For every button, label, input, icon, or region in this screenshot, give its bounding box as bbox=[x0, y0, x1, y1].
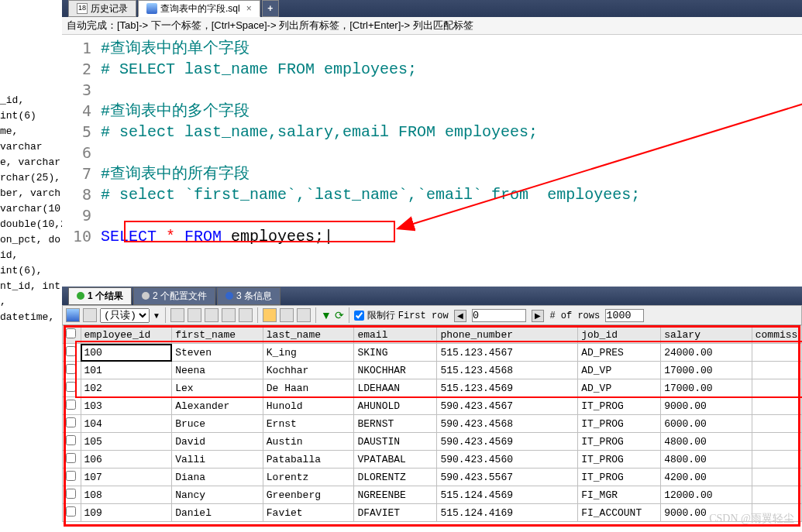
tab-sql-file[interactable]: 查询表中的字段.sql × bbox=[138, 0, 260, 17]
first-row-input[interactable] bbox=[472, 309, 526, 322]
grid-icon[interactable] bbox=[263, 308, 277, 322]
results-tab-3[interactable]: 3 条信息 bbox=[217, 287, 281, 305]
grid-toolbar: (只读) ▼ ▼ ⟳ 限制行 First row ◀ ▶ # of row bbox=[62, 305, 802, 325]
tool-icon[interactable] bbox=[205, 308, 219, 322]
first-row-label: First row bbox=[398, 311, 449, 321]
results-tab-bar: 1 个结果 2 个配置文件 3 条信息 bbox=[62, 287, 802, 305]
edit-mode-select[interactable]: (只读) bbox=[100, 308, 150, 323]
tab-label: 查询表中的字段.sql bbox=[160, 2, 240, 15]
history-icon: 18 bbox=[77, 3, 88, 14]
profile-icon bbox=[142, 292, 150, 300]
sql-file-icon bbox=[146, 3, 157, 14]
autocomplete-hint: 自动完成：[Tab]-> 下一个标签，[Ctrl+Space]-> 列出所有标签… bbox=[62, 17, 802, 35]
tab-label: 历史记录 bbox=[91, 2, 128, 15]
grid-view-icon[interactable] bbox=[66, 308, 80, 322]
form-view-icon[interactable] bbox=[83, 308, 97, 322]
cursor: | bbox=[324, 228, 333, 245]
tab-history[interactable]: 18 历史记录 bbox=[68, 0, 136, 17]
prev-page-button[interactable]: ◀ bbox=[454, 310, 466, 322]
results-tab-label: 3 条信息 bbox=[236, 290, 272, 303]
info-icon bbox=[225, 292, 233, 300]
num-rows-input[interactable] bbox=[605, 309, 644, 322]
results-tab-1[interactable]: 1 个结果 bbox=[68, 287, 132, 305]
table-icon bbox=[77, 292, 84, 300]
code-area[interactable]: #查询表中的单个字段 # SELECT last_name FROM emplo… bbox=[101, 35, 802, 287]
next-page-button[interactable]: ▶ bbox=[532, 310, 544, 322]
tool-icon[interactable] bbox=[188, 308, 201, 322]
tool-icon[interactable] bbox=[280, 308, 294, 322]
tool-icon[interactable] bbox=[297, 308, 311, 322]
tab-bar: 18 历史记录 查询表中的字段.sql × + bbox=[62, 0, 802, 17]
tool-icon[interactable] bbox=[239, 308, 253, 322]
results-tab-label: 1 个结果 bbox=[88, 290, 123, 303]
results-tab-label: 2 个配置文件 bbox=[153, 290, 207, 303]
tool-icon[interactable] bbox=[222, 308, 236, 322]
close-tab-icon[interactable]: × bbox=[246, 3, 252, 14]
results-tab-2[interactable]: 2 个配置文件 bbox=[133, 287, 215, 305]
new-tab-button[interactable]: + bbox=[262, 0, 279, 17]
refresh-icon[interactable]: ⟳ bbox=[335, 309, 344, 321]
annotation-box-grid bbox=[64, 325, 800, 527]
limit-rows-checkbox[interactable] bbox=[354, 311, 364, 321]
limit-rows-label: 限制行 bbox=[367, 309, 395, 322]
num-rows-label: # of rows bbox=[549, 311, 600, 321]
line-gutter: 12345678910 bbox=[62, 35, 101, 287]
watermark: CSDN @雨翼轻尘 bbox=[709, 512, 794, 526]
sql-editor[interactable]: 12345678910 #查询表中的单个字段 # SELECT last_nam… bbox=[62, 35, 802, 287]
tool-icon[interactable] bbox=[170, 308, 184, 322]
sidebar-fragment: _id, int(6)me, varchare, varcharrchar(25… bbox=[0, 93, 62, 325]
filter-icon[interactable]: ▼ bbox=[321, 309, 332, 321]
